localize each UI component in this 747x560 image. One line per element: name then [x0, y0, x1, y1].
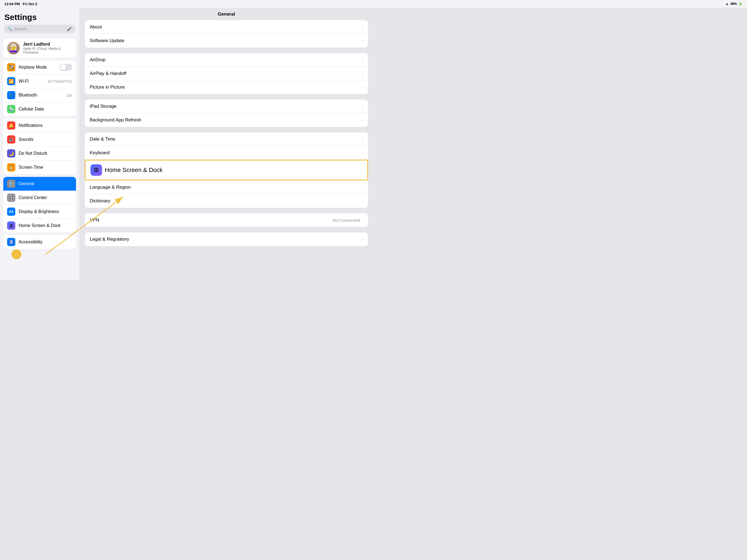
sidebar: Settings 🔍 Search 🎤 👩‍🦳 Jerri Ledford Ap… [0, 8, 79, 280]
sidebar-notifications-group: 🔔 Notifications 🔊 Sounds 🌙 Do Not Distur… [3, 119, 76, 174]
pip-chevron: › [362, 85, 363, 90]
vpn-value: Not Connected [333, 218, 360, 223]
home-screen-callout-label: Home Screen & Dock [105, 167, 163, 174]
content-row-software-update[interactable]: Software Update › [85, 34, 368, 48]
sidebar-accessibility-group: ♿ Accessibility [3, 235, 76, 249]
content-row-home-screen[interactable]: ⊞ Home Screen & Dock › [85, 160, 368, 180]
bluetooth-label: Bluetooth [19, 93, 63, 98]
airplay-chevron: › [362, 71, 363, 76]
control-center-icon: 🎛️ [7, 194, 15, 202]
sidebar-item-home-screen[interactable]: ⊞ Home Screen & Dock [3, 219, 76, 232]
sidebar-item-airplane-mode[interactable]: ✈️ Airplane Mode [3, 60, 76, 74]
sidebar-item-general[interactable]: ⚙️ General [3, 177, 76, 191]
wifi-settings-icon: 📶 [7, 77, 15, 85]
content-row-airdrop[interactable]: AirDrop › [85, 53, 368, 67]
legal-chevron: › [362, 237, 363, 242]
sidebar-item-accessibility[interactable]: ♿ Accessibility [3, 235, 76, 249]
user-info: Jerri Ledford Apple ID, iCloud, Media & … [23, 42, 72, 54]
dnd-label: Do Not Disturb [19, 151, 72, 156]
content-airdrop-group: AirDrop › AirPlay & Handoff › Picture in… [85, 53, 368, 94]
content-row-vpn[interactable]: VPN Not Connected › [85, 213, 368, 227]
sidebar-title: Settings [4, 12, 75, 22]
display-icon: AA [7, 207, 15, 216]
sidebar-general-group: ⚙️ General 🎛️ Control Center AA Display … [3, 177, 76, 232]
wifi-label: Wi-Fi [19, 79, 45, 84]
sidebar-connectivity-group: ✈️ Airplane Mode 📶 Wi-Fi ATT54rHY7U 🔵 Bl… [3, 60, 76, 116]
content-row-airplay[interactable]: AirPlay & Handoff › [85, 67, 368, 80]
about-chevron: › [362, 25, 363, 29]
airdrop-chevron: › [362, 57, 363, 62]
user-name: Jerri Ledford [23, 42, 72, 47]
wifi-value: ATT54rHY7U [48, 79, 72, 84]
user-subtitle: Apple ID, iCloud, Media & Purchases [23, 47, 72, 54]
sounds-label: Sounds [19, 137, 72, 142]
vpn-label: VPN [90, 218, 333, 223]
home-screen-callout-icon: ⊞ [91, 164, 102, 176]
airplay-label: AirPlay & Handoff [90, 71, 362, 76]
content-about-group: About › Software Update › [85, 20, 368, 48]
sidebar-item-display[interactable]: AA Display & Brightness [3, 205, 76, 219]
status-time: 12:04 PM [4, 2, 20, 6]
bluetooth-icon: 🔵 [7, 91, 15, 99]
notifications-icon: 🔔 [7, 121, 15, 130]
content-row-keyboard[interactable]: Keyboard › [85, 146, 368, 160]
home-screen-sidebar-icon: ⊞ [7, 222, 15, 230]
status-time-date: 12:04 PM Fri Oct 2 [4, 2, 37, 6]
content-row-bg-refresh[interactable]: Background App Refresh › [85, 113, 368, 127]
avatar-image: 👩‍🦳 [9, 44, 18, 52]
avatar: 👩‍🦳 [7, 42, 20, 54]
status-date: Fri Oct 2 [23, 2, 37, 6]
ipad-storage-label: iPad Storage [90, 104, 362, 109]
software-update-chevron: › [362, 38, 363, 43]
mic-icon: 🎤 [67, 27, 72, 31]
dnd-icon: 🌙 [7, 149, 15, 157]
sidebar-item-screen-time[interactable]: ⏳ Screen Time [3, 160, 76, 174]
user-profile[interactable]: 👩‍🦳 Jerri Ledford Apple ID, iCloud, Medi… [3, 39, 76, 58]
sidebar-header: Settings 🔍 Search 🎤 [0, 8, 79, 36]
airdrop-label: AirDrop [90, 57, 362, 62]
sidebar-item-wifi[interactable]: 📶 Wi-Fi ATT54rHY7U [3, 74, 76, 88]
content-row-pip[interactable]: Picture in Picture › [85, 80, 368, 94]
content-title: General [85, 8, 368, 20]
sidebar-item-notifications[interactable]: 🔔 Notifications [3, 119, 76, 133]
control-center-label: Control Center [19, 195, 72, 200]
sounds-icon: 🔊 [7, 135, 15, 144]
content-row-ipad-storage[interactable]: iPad Storage › [85, 100, 368, 113]
cellular-label: Cellular Data [19, 107, 72, 111]
ipad-storage-chevron: › [362, 104, 363, 109]
sidebar-item-dnd[interactable]: 🌙 Do Not Disturb [3, 147, 76, 160]
legal-label: Legal & Regulatory [90, 236, 362, 242]
accessibility-icon: ♿ [7, 238, 15, 246]
display-label: Display & Brightness [19, 209, 72, 214]
cellular-icon: 📡 [7, 105, 15, 113]
dictionary-label: Dictionary [90, 198, 362, 204]
sidebar-item-sounds[interactable]: 🔊 Sounds [3, 133, 76, 147]
sidebar-item-bluetooth[interactable]: 🔵 Bluetooth On [3, 88, 76, 102]
screen-time-label: Screen Time [19, 165, 72, 170]
home-screen-chevron: › [361, 168, 362, 173]
airplane-toggle[interactable] [60, 64, 72, 71]
content-row-legal[interactable]: Legal & Regulatory › [85, 232, 368, 246]
bluetooth-value: On [67, 93, 72, 98]
content-row-datetime[interactable]: Date & Time › [85, 132, 368, 146]
content-row-about[interactable]: About › [85, 20, 368, 34]
search-bar[interactable]: 🔍 Search 🎤 [4, 25, 75, 33]
sidebar-item-cellular[interactable]: 📡 Cellular Data [3, 102, 76, 116]
content-row-language[interactable]: Language & Region › [85, 180, 368, 194]
main-layout: Settings 🔍 Search 🎤 👩‍🦳 Jerri Ledford Ap… [0, 0, 374, 280]
about-label: About [90, 24, 362, 30]
vpn-chevron: › [362, 218, 363, 223]
bg-refresh-chevron: › [362, 118, 363, 123]
search-icon: 🔍 [8, 27, 12, 31]
language-label: Language & Region [90, 184, 362, 190]
airplane-icon: ✈️ [7, 63, 15, 71]
pip-label: Picture in Picture [90, 84, 362, 90]
sidebar-item-control-center[interactable]: 🎛️ Control Center [3, 191, 76, 205]
notifications-label: Notifications [19, 123, 72, 128]
general-label: General [19, 181, 72, 186]
datetime-chevron: › [362, 137, 363, 142]
language-chevron: › [362, 185, 363, 190]
content-legal-group: Legal & Regulatory › [85, 232, 368, 246]
home-screen-sidebar-label: Home Screen & Dock [19, 223, 72, 228]
content-row-dictionary[interactable]: Dictionary › [85, 194, 368, 208]
